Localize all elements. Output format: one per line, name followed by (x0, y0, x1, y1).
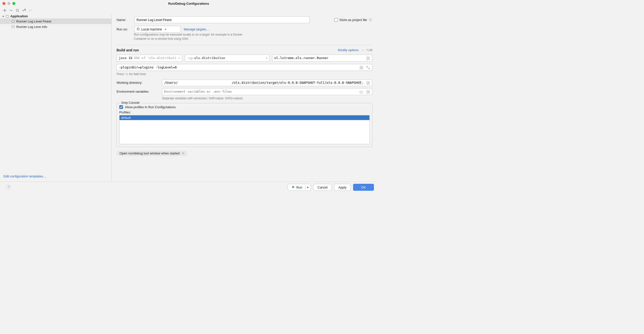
working-directory-label: Working directory: (116, 81, 159, 85)
save-config-button[interactable] (22, 8, 26, 13)
chevron-down-icon: ▾ (178, 57, 180, 59)
chip-remove-icon[interactable]: ✕ (182, 151, 184, 155)
allow-profiles-label: Allow profiles in Run Configurations (125, 105, 176, 109)
cancel-button[interactable]: Cancel (313, 184, 332, 191)
window-minimize-icon (8, 2, 10, 5)
field-hints-text: Press ⌥ for field hints (116, 72, 372, 76)
application-config-icon (11, 25, 15, 29)
name-input[interactable] (136, 18, 308, 22)
application-config-icon (11, 20, 15, 23)
working-directory-field[interactable] (162, 79, 372, 86)
name-label: Name: (116, 18, 131, 22)
main-class-field[interactable] (272, 55, 372, 62)
config-tree: Application Runner Log Level Finest Runn… (0, 14, 112, 182)
grep-console-legend: Grep Console (120, 101, 141, 105)
open-tool-window-chip[interactable]: Open run/debug tool window when started … (116, 150, 188, 156)
play-icon (292, 186, 295, 189)
run-on-label: Run on: (116, 28, 131, 31)
env-hint-text: Separate variables with semicolon: VAR=v… (162, 97, 372, 100)
run-on-value: Local machine (141, 28, 162, 31)
list-icon[interactable] (366, 81, 371, 86)
cp-value: ols.distribution (194, 56, 225, 60)
classpath-combo[interactable]: -cp ols.distribution ▾ (185, 55, 270, 62)
svg-rect-3 (6, 15, 9, 16)
tree-item[interactable]: Runner Log Level Finest (0, 19, 111, 24)
profile-item[interactable]: default (120, 115, 370, 120)
main-class-input[interactable] (274, 56, 370, 60)
traffic-lights (2, 2, 15, 5)
chevron-down-icon: ▾ (266, 57, 268, 59)
tree-group-application[interactable]: Application (0, 14, 111, 19)
apply-button[interactable]: Apply (334, 184, 351, 191)
application-type-icon (6, 15, 9, 18)
program-args-field[interactable] (116, 64, 372, 71)
chip-label: Open run/debug tool window when started (120, 151, 180, 155)
profiles-list[interactable]: default (119, 115, 370, 144)
run-on-help-text: Run configurations may be executed local… (134, 33, 248, 41)
add-config-button[interactable] (2, 8, 7, 13)
help-icon[interactable]: ? (6, 185, 11, 190)
store-label: Store as project file (340, 18, 367, 22)
config-form: Name: Store as project file Run on: (112, 14, 377, 182)
remove-config-button[interactable] (9, 8, 13, 13)
tree-item[interactable]: Runner Log Leve Info (0, 24, 111, 30)
allow-profiles-checkbox[interactable] (119, 105, 123, 109)
list-icon[interactable] (359, 65, 364, 70)
window-title: Run/Debug Configurations (168, 2, 209, 6)
copy-config-button[interactable] (15, 8, 20, 13)
modify-options-link[interactable]: Modify options (338, 48, 358, 52)
dialog-footer: ? Run ▾ Cancel Apply OK (0, 182, 377, 193)
chevron-down-icon: ▾ (165, 28, 166, 31)
build-run-section-title: Build and run (116, 48, 139, 52)
env-field[interactable] (162, 88, 372, 95)
svg-rect-7 (12, 26, 14, 27)
tree-item-label: Runner Log Leve Info (16, 25, 47, 29)
home-icon (136, 27, 140, 31)
cp-prefix: -cp (187, 56, 192, 60)
window-zoom-icon[interactable] (12, 2, 15, 5)
folder-icon[interactable] (359, 81, 364, 86)
sdk-combo[interactable]: java 18 SDK of 'ols.distributi ▾ (116, 55, 182, 62)
window-close-icon[interactable] (2, 2, 6, 5)
expand-icon[interactable] (366, 65, 371, 70)
run-button[interactable]: Run ▾ (288, 184, 311, 191)
list-icon[interactable] (366, 89, 371, 94)
run-button-label: Run (296, 186, 302, 189)
working-directory-input[interactable] (164, 81, 370, 85)
sidebar-toolbar (0, 7, 377, 14)
name-field[interactable] (134, 16, 310, 23)
list-icon[interactable] (366, 56, 371, 61)
tree-item-label: Runner Log Level Finest (16, 20, 51, 23)
store-as-project-checkbox[interactable] (334, 18, 338, 22)
env-input[interactable] (164, 90, 370, 93)
profiles-label: Profiles: (119, 110, 370, 114)
sort-config-button[interactable] (28, 8, 32, 13)
gear-icon[interactable] (368, 18, 372, 22)
tree-group-label: Application (10, 14, 28, 18)
edit-templates-link[interactable]: Edit configuration templates… (4, 174, 46, 178)
folder-icon[interactable] (359, 89, 364, 94)
svg-rect-5 (12, 20, 14, 21)
chevron-down-icon (2, 14, 4, 18)
program-args-input[interactable] (119, 66, 370, 69)
chevron-down-icon: ⌄ (362, 49, 364, 51)
env-label: Environment variables: (116, 90, 159, 93)
grep-console-fieldset: Grep Console Allow profiles in Run Confi… (116, 103, 372, 147)
titlebar: Run/Debug Configurations (0, 0, 377, 7)
run-on-combo[interactable]: Local machine ▾ (134, 26, 181, 33)
sdk-prefix: java 18 (119, 56, 132, 60)
svg-point-8 (370, 19, 371, 20)
manage-targets-link[interactable]: Manage targets… (184, 28, 209, 31)
ok-button[interactable]: OK (353, 184, 374, 191)
sdk-suffix: SDK of 'ols.distributi (134, 56, 176, 60)
chevron-down-icon[interactable]: ▾ (305, 186, 309, 189)
modify-options-shortcut: ⌥M (366, 48, 372, 52)
